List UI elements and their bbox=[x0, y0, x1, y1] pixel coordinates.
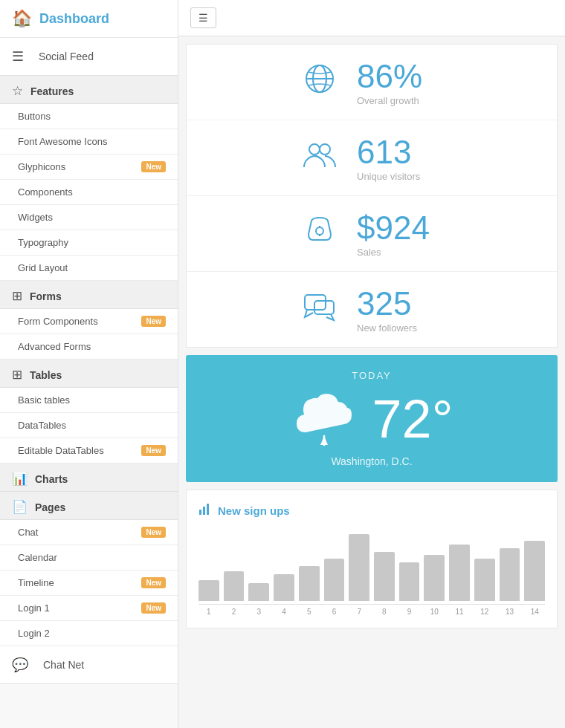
bar-label: 1 bbox=[198, 608, 219, 616]
bar-item bbox=[424, 555, 445, 601]
weather-temp: 72° bbox=[372, 389, 453, 449]
bar-label: 6 bbox=[324, 608, 345, 616]
tables-section[interactable]: ⊞ Tables bbox=[0, 360, 178, 388]
weather-today: TODAY bbox=[352, 370, 392, 381]
sidebar-item-timeline[interactable]: Timeline New bbox=[0, 571, 178, 596]
sales-value: $924 bbox=[357, 209, 446, 247]
sidebar-item-components[interactable]: Components bbox=[0, 180, 178, 205]
stat-growth-content: 86% Overall growth bbox=[357, 58, 446, 106]
bar-item bbox=[374, 552, 395, 601]
money-icon bbox=[297, 212, 342, 256]
forms-section[interactable]: ⊞ Forms bbox=[0, 281, 178, 309]
bar-item bbox=[324, 559, 345, 601]
growth-value: 86% bbox=[357, 58, 446, 95]
chat-net-icon: 💬 bbox=[12, 657, 28, 673]
forms-icon: ⊞ bbox=[12, 288, 22, 304]
svg-rect-9 bbox=[314, 301, 334, 314]
weather-main: 72° bbox=[291, 389, 453, 449]
bar-label: 9 bbox=[399, 608, 420, 616]
svg-point-4 bbox=[320, 144, 330, 155]
sidebar-item-calendar[interactable]: Calendar bbox=[0, 545, 178, 571]
sidebar-item-chat[interactable]: Chat New bbox=[0, 520, 178, 545]
sidebar-item-buttons[interactable]: Buttons bbox=[0, 104, 178, 129]
grid-layout-label: Grid Layout bbox=[18, 262, 68, 273]
tables-label: Tables bbox=[30, 369, 62, 381]
sidebar-item-datatables[interactable]: DataTables bbox=[0, 413, 178, 438]
bar-item bbox=[524, 541, 545, 601]
stat-row-growth: 86% Overall growth bbox=[187, 45, 557, 120]
weather-city: Washington, D.C. bbox=[331, 455, 412, 467]
advanced-forms-label: Advanced Forms bbox=[18, 341, 91, 352]
features-section[interactable]: ☆ Features bbox=[0, 76, 178, 104]
bar-item bbox=[299, 566, 320, 601]
svg-point-5 bbox=[316, 227, 323, 235]
bar-label: 12 bbox=[474, 608, 495, 616]
bar-label: 5 bbox=[299, 608, 320, 616]
sidebar-item-editable-datatables[interactable]: Editable DataTables New bbox=[0, 438, 178, 464]
svg-rect-14 bbox=[207, 504, 209, 515]
sidebar-item-widgets[interactable]: Widgets bbox=[0, 205, 178, 230]
stat-sales-content: $924 Sales bbox=[357, 209, 446, 258]
globe-icon bbox=[297, 60, 342, 104]
stat-row-sales: $924 Sales bbox=[187, 196, 557, 272]
charts-section[interactable]: 📊 Charts bbox=[0, 464, 178, 492]
growth-label: Overall growth bbox=[357, 95, 419, 106]
visitors-value: 613 bbox=[357, 134, 446, 171]
bar-label: 4 bbox=[274, 608, 294, 616]
rss-icon: ☰ bbox=[12, 48, 24, 65]
bar-label: 8 bbox=[374, 608, 395, 616]
bar-item bbox=[474, 559, 495, 601]
cloud-icon bbox=[291, 391, 358, 447]
stat-row-followers: 325 New followers bbox=[187, 272, 557, 347]
sidebar-item-typography[interactable]: Typography bbox=[0, 230, 178, 256]
weather-widget: TODAY 72° Washington, D.C. bbox=[186, 355, 558, 482]
bar-item bbox=[248, 583, 269, 601]
sidebar-item-login2[interactable]: Login 2 bbox=[0, 621, 178, 646]
bar-chart bbox=[198, 530, 545, 605]
form-components-badge: New bbox=[141, 316, 166, 327]
features-label: Features bbox=[30, 85, 74, 97]
bar-label: 14 bbox=[524, 608, 545, 616]
timeline-badge: New bbox=[141, 577, 166, 588]
sidebar-item-login1[interactable]: Login 1 New bbox=[0, 596, 178, 621]
svg-rect-13 bbox=[203, 507, 205, 515]
font-awesome-label: Font Awesome Icons bbox=[18, 136, 107, 147]
bar-label: 7 bbox=[349, 608, 369, 616]
sidebar-item-advanced-forms[interactable]: Advanced Forms bbox=[0, 334, 178, 360]
login2-label: Login 2 bbox=[18, 628, 50, 639]
chat-label: Chat bbox=[18, 527, 38, 538]
login1-badge: New bbox=[141, 602, 166, 614]
bar-item bbox=[500, 548, 520, 601]
sidebar-item-form-components[interactable]: Form Components New bbox=[0, 309, 178, 334]
sidebar-item-glyphicons[interactable]: Glyphicons New bbox=[0, 155, 178, 180]
sidebar: 🏠 Dashboard ☰ Social Feed ☆ Features But… bbox=[0, 0, 178, 728]
sidebar-item-basic-tables[interactable]: Basic tables bbox=[0, 388, 178, 413]
house-icon: 🏠 bbox=[12, 9, 32, 28]
charts-label: Charts bbox=[35, 473, 68, 485]
bar-chart-icon bbox=[198, 502, 212, 519]
chart-section: New sign ups 1234567891011121314 bbox=[186, 490, 558, 628]
sidebar-item-social-feed[interactable]: ☰ Social Feed bbox=[0, 38, 178, 76]
sidebar-item-font-awesome[interactable]: Font Awesome Icons bbox=[0, 129, 178, 155]
sidebar-item-chat-net[interactable]: 💬 Chat Net bbox=[0, 646, 178, 684]
dashboard-header[interactable]: 🏠 Dashboard bbox=[0, 0, 178, 38]
toggle-button[interactable]: ☰ bbox=[190, 7, 216, 28]
typography-label: Typography bbox=[18, 237, 68, 248]
bar-item bbox=[349, 534, 369, 601]
followers-value: 325 bbox=[357, 285, 446, 322]
bar-item bbox=[274, 574, 294, 601]
bar-label: 10 bbox=[424, 608, 445, 616]
forms-label: Forms bbox=[30, 290, 62, 302]
calendar-label: Calendar bbox=[18, 552, 57, 563]
followers-label: New followers bbox=[357, 322, 417, 334]
pages-section[interactable]: 📄 Pages bbox=[0, 492, 178, 520]
chart-title-text: New sign ups bbox=[218, 504, 290, 517]
chat-badge: New bbox=[141, 527, 166, 538]
bar-item bbox=[449, 545, 470, 601]
sidebar-item-grid-layout[interactable]: Grid Layout bbox=[0, 256, 178, 281]
glyphicons-label: Glyphicons bbox=[18, 161, 65, 172]
components-label: Components bbox=[18, 186, 73, 198]
bar-label: 3 bbox=[248, 608, 269, 616]
pages-label: Pages bbox=[35, 501, 65, 513]
form-components-label: Form Components bbox=[18, 316, 98, 327]
